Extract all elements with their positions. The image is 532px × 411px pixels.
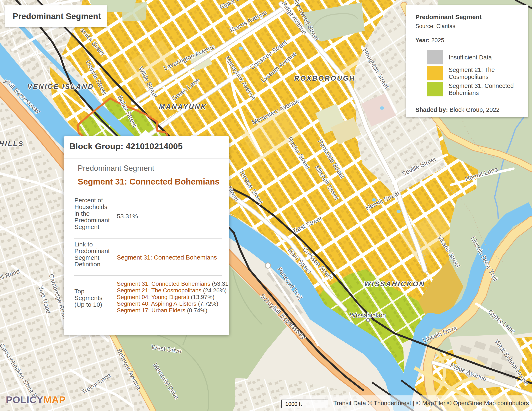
svg-text:MANAYUNK: MANAYUNK <box>159 103 207 111</box>
svg-text:Wissahickon: Wissahickon <box>350 312 386 319</box>
svg-text:WISSAHICKON: WISSAHICKON <box>364 280 425 288</box>
svg-text:HILLS: HILLS <box>0 140 24 148</box>
svg-text:VENICE ISLAND: VENICE ISLAND <box>28 83 94 90</box>
svg-text:ROXBOROUGH: ROXBOROUGH <box>294 74 355 82</box>
